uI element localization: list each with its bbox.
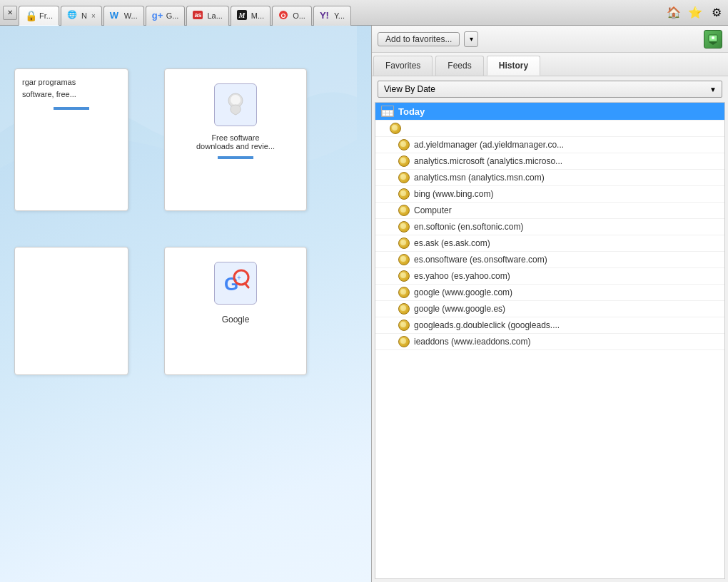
panel-tabs: Favorites Feeds History	[372, 53, 728, 76]
tab6-label: M...	[251, 11, 264, 20]
history-list[interactable]: Today ad.yieldmanager (ad.yieldmanager.c…	[375, 102, 725, 579]
tab-bar: ✕ 🔒 Fr... 🌐 N × W W... g+ G... as La... …	[0, 0, 728, 26]
history-item-11[interactable]: googleads.g.doubleclick (googleads....	[375, 317, 724, 334]
tab-2[interactable]: 🌐 N ×	[61, 6, 102, 26]
history-item-label-4: Computer	[414, 205, 452, 215]
tab-7[interactable]: O O...	[272, 6, 312, 26]
tab-feeds[interactable]: Feeds	[435, 56, 483, 76]
history-item-label-6: es.ask (es.ask.com)	[414, 238, 490, 248]
tab3-favicon: W	[110, 10, 121, 21]
history-item-3[interactable]: bing (www.bing.com)	[375, 186, 724, 203]
tab6-favicon: M	[237, 10, 248, 21]
tab8-favicon: Y!	[320, 10, 331, 21]
site-icon-1	[398, 155, 410, 167]
history-item-label-2: analytics.msn (analytics.msn.com)	[414, 173, 545, 183]
toolbar-right: 🏠 ⭐ ⚙	[665, 4, 725, 21]
tab4-favicon: g+	[152, 10, 163, 21]
bg-card-1: rgar programassoftware, free...	[14, 68, 128, 211]
view-by-dropdown-container: View By Date View By Site View By Most V…	[378, 81, 722, 98]
site-icon-7	[398, 254, 410, 265]
tab4-label: G...	[166, 11, 179, 20]
tab-close-all-btn[interactable]: ✕	[3, 6, 17, 20]
settings-button[interactable]: ⚙	[708, 4, 725, 21]
browser-content: rgar programassoftware, free... Free sof…	[0, 26, 728, 582]
history-item-6[interactable]: es.ask (es.ask.com)	[375, 235, 724, 252]
history-item-4[interactable]: Computer	[375, 203, 724, 219]
card1-bar	[54, 107, 89, 110]
favorites-panel: Add to favorites... ▾ Favorites Feeds Hi…	[371, 26, 728, 582]
site-icon-4	[398, 205, 410, 216]
view-by-select[interactable]: View By Date View By Site View By Most V…	[378, 81, 722, 98]
tab8-label: Y...	[334, 11, 345, 20]
history-item-7[interactable]: es.onsoftware (es.onsoftware.com)	[375, 252, 724, 268]
svg-line-8	[245, 283, 248, 287]
history-item-label-5: en.softonic (en.softonic.com)	[414, 222, 523, 232]
site-icon-11	[398, 320, 410, 331]
bg-card-4: G + Google	[164, 247, 307, 375]
svg-point-5	[231, 95, 241, 105]
tab-8[interactable]: Y! Y...	[313, 6, 351, 26]
tab5-favicon: as	[193, 10, 204, 21]
history-item-label-11: googleads.g.doubleclick (googleads....	[414, 320, 560, 330]
home-button[interactable]: 🏠	[665, 4, 682, 21]
history-item-1[interactable]: analytics.microsoft (analytics.microso..…	[375, 153, 724, 170]
favorites-star-button[interactable]: ⭐	[687, 4, 704, 21]
today-header[interactable]: Today	[375, 103, 724, 121]
tab-favorites[interactable]: Favorites	[373, 56, 433, 76]
site-icon-6	[398, 238, 410, 249]
add-to-favorites-button[interactable]: Add to favorites...	[378, 32, 460, 46]
site-icon-8	[398, 270, 410, 282]
svg-text:+: +	[237, 274, 241, 282]
tab2-label: N	[81, 11, 87, 20]
history-item-8[interactable]: es.yahoo (es.yahoo.com)	[375, 268, 724, 285]
card2-text: Free softwaredownloads and revie...	[165, 133, 306, 150]
site-icon-12	[398, 336, 410, 347]
history-item-label-1: analytics.microsoft (analytics.microso..…	[414, 156, 562, 166]
site-icon-9	[398, 287, 410, 298]
tab3-label: W...	[124, 11, 138, 20]
tab1-label: Fr...	[39, 11, 53, 20]
tab-6[interactable]: M M...	[231, 6, 271, 26]
card1-text: rgar programassoftware, free...	[22, 76, 121, 100]
history-item-label-3: bing (www.bing.com)	[414, 189, 493, 199]
site-icon-5	[398, 221, 410, 233]
tab1-favicon: 🔒	[25, 10, 36, 21]
add-favorites-bar: Add to favorites... ▾	[372, 26, 728, 53]
site-icon-0	[398, 139, 410, 150]
tab-4[interactable]: g+ G...	[146, 6, 186, 26]
history-item-10[interactable]: google (www.google.es)	[375, 301, 724, 317]
bg-card-2: Free softwaredownloads and revie...	[164, 68, 307, 211]
site-icon-2	[398, 172, 410, 183]
history-item-0[interactable]: ad.yieldmanager (ad.yieldmanager.co...	[375, 137, 724, 153]
green-action-button[interactable]	[704, 30, 722, 48]
history-item-label-8: es.yahoo (es.yahoo.com)	[414, 271, 510, 281]
svg-text:O: O	[281, 12, 286, 19]
history-item-5[interactable]: en.softonic (en.softonic.com)	[375, 219, 724, 235]
today-label: Today	[398, 106, 425, 117]
history-item-folder[interactable]	[375, 121, 724, 137]
tab-history[interactable]: History	[487, 56, 540, 76]
site-icon-10	[398, 303, 410, 315]
card2-icon	[214, 83, 257, 126]
history-item-label-12: ieaddons (www.ieaddons.com)	[414, 337, 530, 347]
tab-1[interactable]: 🔒 Fr...	[19, 6, 59, 26]
tab2-favicon: 🌐	[67, 10, 79, 21]
site-icon-3	[398, 188, 410, 200]
svg-text:M: M	[238, 11, 246, 19]
card4-text: Google	[165, 312, 306, 327]
add-favorites-dropdown-button[interactable]: ▾	[464, 31, 478, 47]
tab2-close[interactable]: ×	[91, 12, 96, 20]
green-icon	[707, 34, 719, 45]
tab-3[interactable]: W W...	[103, 6, 144, 26]
bg-card-3	[14, 247, 128, 375]
history-item-12[interactable]: ieaddons (www.ieaddons.com)	[375, 334, 724, 350]
history-item-9[interactable]: google (www.google.com)	[375, 285, 724, 301]
tab5-label: La...	[207, 11, 222, 20]
history-item-label-0: ad.yieldmanager (ad.yieldmanager.co...	[414, 140, 564, 150]
calendar-icon	[381, 106, 394, 117]
svg-point-12	[712, 36, 714, 39]
history-item-2[interactable]: analytics.msn (analytics.msn.com)	[375, 170, 724, 186]
history-item-label-7: es.onsoftware (es.onsoftware.com)	[414, 255, 547, 265]
tab7-label: O...	[293, 11, 305, 20]
tab-5[interactable]: as La...	[186, 6, 228, 26]
